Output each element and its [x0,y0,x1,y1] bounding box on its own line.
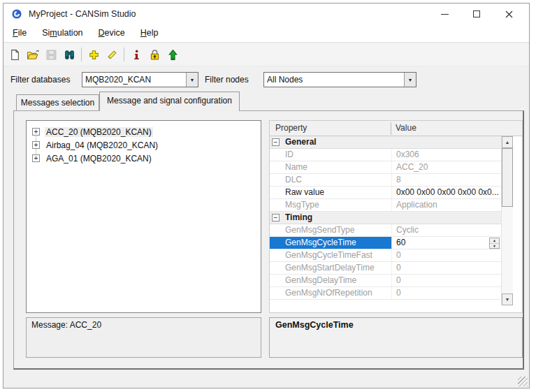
property-value[interactable]: 0x00 0x00 0x00 0x00 0x0... [391,187,501,198]
tree-item-label: Airbag_04 (MQB2020_KCAN) [45,140,159,150]
property-name: Name [270,161,391,173]
property-row[interactable]: NameACC_20 [270,161,501,174]
property-row[interactable]: ID0x306 [270,149,501,161]
expand-icon[interactable]: + [32,128,40,136]
grid-scrollbar[interactable]: ▲ ▼ [501,136,513,305]
menu-item-device[interactable]: Device [91,24,133,42]
column-divider[interactable] [391,122,391,135]
titlebar: MyProject - CANSim Studio [3,3,529,24]
section-name: Timing [285,212,312,224]
section-row-timing[interactable]: −Timing [270,212,501,224]
filter-nodes-combo[interactable]: All Nodes ▼ [263,72,417,87]
add-button[interactable] [85,45,103,64]
property-value: ACC_20 [391,161,501,173]
menubar: FileSimulationDeviceHelp [3,24,529,43]
property-name: GenMsgStartDelayTime [270,262,391,274]
maximize-icon [473,10,480,17]
tree-item[interactable]: +Airbag_04 (MQB2020_KCAN) [27,138,261,152]
property-value: 0 [391,249,501,261]
close-icon [505,10,513,18]
minimize-button[interactable] [428,3,461,24]
resize-grip[interactable] [518,377,528,386]
close-button[interactable] [493,3,525,24]
binoculars-icon [64,49,75,61]
dropdown-arrow-icon[interactable]: ▼ [404,73,416,87]
spin-up-icon[interactable]: ▲ [490,238,499,244]
tree-item[interactable]: +ACC_20 (MQB2020_KCAN) [27,125,261,138]
property-value: 8 [391,174,501,186]
save-icon [45,49,57,61]
expand-icon[interactable]: + [32,141,40,149]
filter-databases-value: MQB2020_KCAN [82,73,186,87]
add-plus-icon [88,49,100,61]
app-window: MyProject - CANSim Studio FileSimulation… [3,3,530,389]
property-row[interactable]: Raw value0x00 0x00 0x00 0x00 0x0... [270,187,501,199]
spin-down-icon[interactable]: ▼ [490,244,499,249]
collapse-icon[interactable]: − [272,214,280,222]
description-title: GenMsgCycleTime [270,318,522,332]
new-document-icon [9,49,21,61]
value-column-header[interactable]: Value [396,121,417,136]
menu-item-file[interactable]: File [5,24,34,42]
erase-button[interactable] [103,45,121,64]
window-controls [428,3,525,24]
message-info-text: Message: ACC_20 [27,318,261,332]
property-name: GenMsgCycleTime [270,237,391,249]
property-name: GenMsgNrOfRepetition [270,287,391,299]
expand-icon[interactable]: + [32,154,40,162]
property-value: 0 [391,275,501,286]
filter-databases-combo[interactable]: MQB2020_KCAN ▼ [82,72,198,87]
property-column-header[interactable]: Property [275,121,307,136]
property-row[interactable]: GenMsgNrOfRepetition0 [270,287,501,300]
property-description-panel: GenMsgCycleTime [269,317,523,358]
property-value[interactable]: 60 [391,237,501,249]
lock-icon [149,49,161,61]
scroll-up-icon[interactable]: ▲ [502,136,513,148]
save-button[interactable] [42,45,60,64]
message-tree: +ACC_20 (MQB2020_KCAN)+Airbag_04 (MQB202… [26,120,261,313]
maximize-button[interactable] [461,3,493,24]
lock-upload-button[interactable] [145,45,164,64]
toolbar [3,43,529,66]
property-row[interactable]: GenMsgSendTypeCyclic [270,224,501,237]
menu-item-simulation[interactable]: Simulation [34,24,90,42]
tree-item[interactable]: +AGA_01 (MQB2020_KCAN) [27,152,261,165]
tab-messages-selection[interactable]: Messages selection [16,94,99,110]
open-project-button[interactable] [24,45,42,64]
eraser-icon [106,49,118,61]
property-value: Application [391,199,501,211]
filter-nodes-value: All Nodes [264,73,404,87]
filter-nodes-label: Filter nodes [205,72,249,87]
property-row[interactable]: GenMsgDelayTime0 [270,275,501,287]
menu-item-help[interactable]: Help [133,24,166,42]
info-button[interactable] [127,45,145,64]
property-row[interactable]: GenMsgStartDelayTime0 [270,262,501,275]
property-name: GenMsgCycleTimeFast [270,249,391,261]
dropdown-arrow-icon[interactable]: ▼ [186,73,198,87]
scroll-down-icon[interactable]: ▼ [502,293,513,305]
property-name: GenMsgDelayTime [270,275,391,286]
tab-message-and-signal-configuration[interactable]: Message and signal configuration [99,92,240,111]
value-spinner[interactable]: ▲▼ [489,238,500,249]
upload-arrow-icon [167,49,179,61]
collapse-icon[interactable]: − [272,138,280,146]
property-row[interactable]: DLC8 [270,174,501,187]
property-value: 0 [391,287,501,299]
section-name: General [285,136,317,148]
property-value: 0 [391,262,501,274]
info-icon [131,49,143,61]
property-row[interactable]: GenMsgCycleTimeFast0 [270,249,501,262]
property-row[interactable]: GenMsgCycleTime60▲▼ [270,237,501,249]
upload-button[interactable] [164,45,182,64]
window-title: MyProject - CANSim Studio [29,9,136,19]
search-button[interactable] [60,45,78,64]
property-grid-body: −GeneralID0x306NameACC_20DLC8Raw value0x… [270,136,501,300]
scroll-thumb[interactable] [502,148,513,207]
property-grid-header: Property Value [270,121,522,136]
new-document-button[interactable] [6,45,24,64]
tree-item-label: ACC_20 (MQB2020_KCAN) [45,127,153,137]
property-row[interactable]: MsgTypeApplication [270,199,501,212]
section-row-general[interactable]: −General [270,136,501,149]
open-folder-icon [27,49,39,61]
property-name: Raw value [270,187,391,198]
